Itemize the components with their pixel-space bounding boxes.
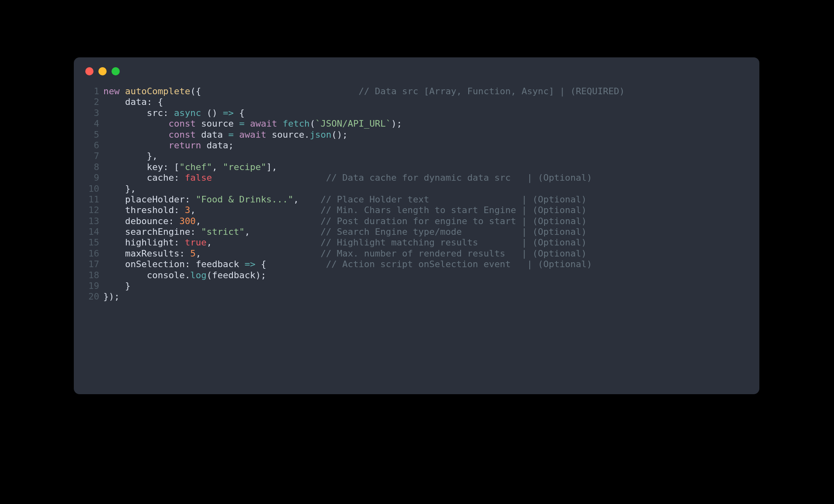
- code-line: 20 });: [84, 291, 750, 302]
- line-number: 10: [84, 184, 99, 194]
- code-line: 9 cache: false // Data cache for dynamic…: [84, 173, 750, 183]
- code-line: 19 }: [84, 281, 750, 291]
- code-line: 12 threshold: 3, // Min. Chars length to…: [84, 205, 750, 216]
- line-number: 5: [84, 129, 99, 140]
- line-number: 4: [84, 118, 99, 129]
- code-line: 10 },: [84, 184, 750, 194]
- code-line: 17 onSelection: feedback => { // Action …: [84, 259, 750, 270]
- maximize-icon[interactable]: [112, 67, 120, 75]
- code-line: 18 console.log(feedback);: [84, 270, 750, 281]
- line-number: 17: [84, 259, 99, 270]
- code-line: 11 placeHolder: "Food & Drinks...", // P…: [84, 194, 750, 205]
- code-line: 8 key: ["chef", "recipe"],: [84, 162, 750, 173]
- line-number: 13: [84, 216, 99, 227]
- line-number: 8: [84, 162, 99, 173]
- line-number: 1: [84, 86, 99, 97]
- line-number: 3: [84, 108, 99, 118]
- code-line: 4 const source = await fetch(`JSON/API_U…: [84, 118, 750, 129]
- line-number: 19: [84, 281, 99, 291]
- code-line: 3 src: async () => {: [84, 108, 750, 118]
- minimize-icon[interactable]: [98, 67, 107, 75]
- line-number: 2: [84, 97, 99, 107]
- line-number: 12: [84, 205, 99, 216]
- line-number: 15: [84, 237, 99, 248]
- line-number: 9: [84, 173, 99, 183]
- code-line: 5 const data = await source.json();: [84, 129, 750, 140]
- code-line: 13 debounce: 300, // Post duration for e…: [84, 216, 750, 227]
- line-number: 16: [84, 248, 99, 259]
- line-number: 14: [84, 227, 99, 237]
- code-line: 14 searchEngine: "strict", // Search Eng…: [84, 227, 750, 237]
- line-number: 18: [84, 270, 99, 281]
- code-line: 2 data: {: [84, 97, 750, 107]
- code-line: 1 new autoComplete({ // Data src [Array,…: [84, 86, 750, 97]
- code-line: 7 },: [84, 151, 750, 161]
- code-line: 16 maxResults: 5, // Max. number of rend…: [84, 248, 750, 259]
- code-window: 1 new autoComplete({ // Data src [Array,…: [74, 57, 759, 394]
- window-titlebar: [74, 57, 759, 80]
- code-line: 6 return data;: [84, 140, 750, 151]
- line-number: 11: [84, 194, 99, 205]
- code-editor[interactable]: 1 new autoComplete({ // Data src [Array,…: [74, 80, 759, 312]
- close-icon[interactable]: [85, 67, 93, 75]
- line-number: 6: [84, 140, 99, 151]
- code-line: 15 highlight: true, // Highlight matchin…: [84, 237, 750, 248]
- line-number: 20: [84, 291, 99, 302]
- line-number: 7: [84, 151, 99, 161]
